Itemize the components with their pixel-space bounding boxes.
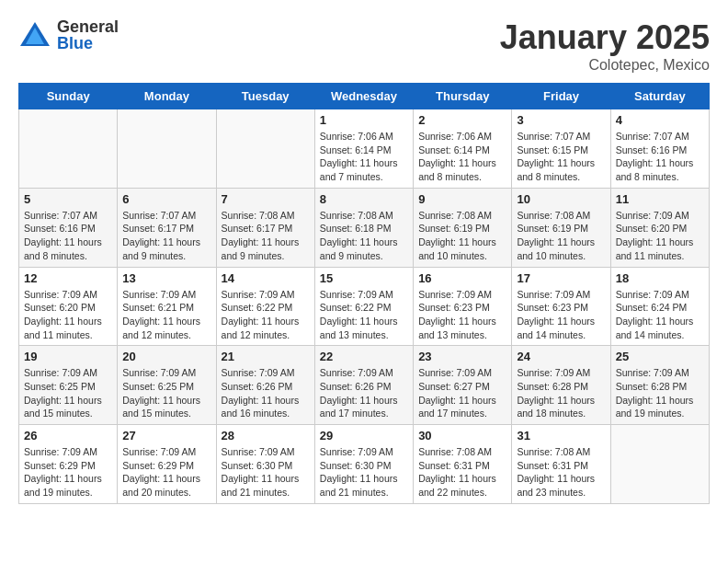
day-info: Sunrise: 7:08 AMSunset: 6:31 PMDaylight:…	[418, 445, 506, 500]
day-header-sunday: Sunday	[19, 84, 118, 109]
calendar-cell: 3Sunrise: 7:07 AMSunset: 6:15 PMDaylight…	[512, 109, 610, 189]
day-info: Sunrise: 7:09 AMSunset: 6:28 PMDaylight:…	[616, 366, 704, 420]
calendar-cell: 26Sunrise: 7:09 AMSunset: 6:29 PMDayligh…	[19, 425, 118, 504]
calendar-cell: 1Sunrise: 7:06 AMSunset: 6:14 PMDaylight…	[314, 109, 413, 189]
calendar-cell: 20Sunrise: 7:09 AMSunset: 6:25 PMDayligh…	[118, 346, 216, 425]
day-info: Sunrise: 7:09 AMSunset: 6:20 PMDaylight:…	[24, 288, 112, 342]
calendar-cell: 28Sunrise: 7:09 AMSunset: 6:30 PMDayligh…	[216, 425, 314, 504]
calendar-cell: 17Sunrise: 7:09 AMSunset: 6:23 PMDayligh…	[512, 267, 610, 346]
calendar-cell: 16Sunrise: 7:09 AMSunset: 6:23 PMDayligh…	[414, 267, 512, 346]
calendar-subtitle: Colotepec, Mexico	[500, 57, 710, 74]
calendar-cell: 27Sunrise: 7:09 AMSunset: 6:29 PMDayligh…	[118, 425, 216, 504]
calendar-cell: 21Sunrise: 7:09 AMSunset: 6:26 PMDayligh…	[216, 346, 314, 425]
day-number: 8	[320, 192, 408, 206]
day-header-thursday: Thursday	[414, 84, 512, 109]
calendar-title: January 2025	[500, 18, 710, 57]
calendar-cell: 23Sunrise: 7:09 AMSunset: 6:27 PMDayligh…	[414, 346, 512, 425]
day-number: 30	[418, 429, 506, 442]
day-number: 27	[122, 429, 210, 442]
day-number: 2	[418, 113, 506, 127]
calendar-cell: 22Sunrise: 7:09 AMSunset: 6:26 PMDayligh…	[314, 346, 413, 425]
day-info: Sunrise: 7:07 AMSunset: 6:15 PMDaylight:…	[517, 130, 605, 184]
day-number: 15	[320, 271, 408, 285]
logo-blue-text: Blue	[57, 35, 119, 52]
calendar-cell	[19, 109, 118, 189]
day-number: 26	[24, 429, 112, 442]
day-info: Sunrise: 7:07 AMSunset: 6:17 PMDaylight:…	[122, 209, 210, 263]
day-number: 7	[222, 192, 310, 206]
calendar-week-5: 26Sunrise: 7:09 AMSunset: 6:29 PMDayligh…	[19, 425, 710, 504]
day-number: 23	[418, 350, 506, 363]
day-header-monday: Monday	[118, 84, 216, 109]
day-info: Sunrise: 7:09 AMSunset: 6:25 PMDaylight:…	[122, 366, 210, 420]
day-number: 9	[418, 192, 506, 206]
logo-icon	[18, 18, 51, 52]
day-number: 13	[122, 271, 210, 285]
day-info: Sunrise: 7:09 AMSunset: 6:27 PMDaylight:…	[418, 366, 506, 420]
day-info: Sunrise: 7:08 AMSunset: 6:18 PMDaylight:…	[320, 209, 408, 263]
day-number: 4	[616, 113, 704, 127]
calendar-week-4: 19Sunrise: 7:09 AMSunset: 6:25 PMDayligh…	[19, 346, 710, 425]
title-area: January 2025 Colotepec, Mexico	[500, 18, 710, 74]
calendar-cell: 6Sunrise: 7:07 AMSunset: 6:17 PMDaylight…	[118, 188, 216, 267]
calendar-cell: 2Sunrise: 7:06 AMSunset: 6:14 PMDaylight…	[414, 109, 512, 189]
calendar-week-1: 1Sunrise: 7:06 AMSunset: 6:14 PMDaylight…	[19, 109, 710, 189]
day-header-friday: Friday	[512, 84, 610, 109]
day-info: Sunrise: 7:07 AMSunset: 6:16 PMDaylight:…	[24, 209, 112, 263]
day-info: Sunrise: 7:08 AMSunset: 6:17 PMDaylight:…	[222, 209, 310, 263]
day-info: Sunrise: 7:08 AMSunset: 6:19 PMDaylight:…	[418, 209, 506, 263]
calendar-cell: 5Sunrise: 7:07 AMSunset: 6:16 PMDaylight…	[19, 188, 118, 267]
logo-text: General Blue	[57, 18, 119, 52]
day-number: 22	[320, 350, 408, 363]
day-info: Sunrise: 7:09 AMSunset: 6:30 PMDaylight:…	[320, 445, 408, 500]
day-info: Sunrise: 7:09 AMSunset: 6:22 PMDaylight:…	[320, 288, 408, 342]
day-number: 17	[517, 271, 605, 285]
day-number: 16	[418, 271, 506, 285]
calendar-cell: 14Sunrise: 7:09 AMSunset: 6:22 PMDayligh…	[216, 267, 314, 346]
calendar-cell: 4Sunrise: 7:07 AMSunset: 6:16 PMDaylight…	[610, 109, 709, 189]
day-info: Sunrise: 7:09 AMSunset: 6:26 PMDaylight:…	[222, 366, 310, 420]
logo: General Blue	[18, 18, 119, 52]
day-number: 3	[517, 113, 605, 127]
day-number: 18	[616, 271, 704, 285]
day-number: 24	[517, 350, 605, 363]
calendar-cell	[118, 109, 216, 189]
day-number: 12	[24, 271, 112, 285]
calendar-week-2: 5Sunrise: 7:07 AMSunset: 6:16 PMDaylight…	[19, 188, 710, 267]
day-number: 10	[517, 192, 605, 206]
calendar-cell: 9Sunrise: 7:08 AMSunset: 6:19 PMDaylight…	[414, 188, 512, 267]
calendar-cell: 29Sunrise: 7:09 AMSunset: 6:30 PMDayligh…	[314, 425, 413, 504]
day-info: Sunrise: 7:09 AMSunset: 6:25 PMDaylight:…	[24, 366, 112, 420]
day-info: Sunrise: 7:09 AMSunset: 6:29 PMDaylight:…	[122, 445, 210, 500]
calendar-cell: 7Sunrise: 7:08 AMSunset: 6:17 PMDaylight…	[216, 188, 314, 267]
calendar-week-3: 12Sunrise: 7:09 AMSunset: 6:20 PMDayligh…	[19, 267, 710, 346]
day-header-wednesday: Wednesday	[314, 84, 413, 109]
day-info: Sunrise: 7:09 AMSunset: 6:28 PMDaylight:…	[517, 366, 605, 420]
day-number: 28	[222, 429, 310, 442]
day-info: Sunrise: 7:09 AMSunset: 6:29 PMDaylight:…	[24, 445, 112, 500]
day-number: 5	[24, 192, 112, 206]
calendar-cell	[610, 425, 709, 504]
calendar-cell: 11Sunrise: 7:09 AMSunset: 6:20 PMDayligh…	[610, 188, 709, 267]
calendar-cell: 10Sunrise: 7:08 AMSunset: 6:19 PMDayligh…	[512, 188, 610, 267]
day-info: Sunrise: 7:09 AMSunset: 6:20 PMDaylight:…	[616, 209, 704, 263]
day-number: 20	[122, 350, 210, 363]
day-number: 14	[222, 271, 310, 285]
day-number: 6	[122, 192, 210, 206]
day-info: Sunrise: 7:09 AMSunset: 6:21 PMDaylight:…	[122, 288, 210, 342]
day-info: Sunrise: 7:08 AMSunset: 6:31 PMDaylight:…	[517, 445, 605, 500]
day-info: Sunrise: 7:09 AMSunset: 6:23 PMDaylight:…	[418, 288, 506, 342]
day-info: Sunrise: 7:08 AMSunset: 6:19 PMDaylight:…	[517, 209, 605, 263]
day-info: Sunrise: 7:06 AMSunset: 6:14 PMDaylight:…	[418, 130, 506, 184]
day-number: 19	[24, 350, 112, 363]
day-header-tuesday: Tuesday	[216, 84, 314, 109]
day-info: Sunrise: 7:09 AMSunset: 6:23 PMDaylight:…	[517, 288, 605, 342]
calendar-table: SundayMondayTuesdayWednesdayThursdayFrid…	[18, 83, 710, 504]
calendar-header-row: SundayMondayTuesdayWednesdayThursdayFrid…	[19, 84, 710, 109]
day-info: Sunrise: 7:09 AMSunset: 6:26 PMDaylight:…	[320, 366, 408, 420]
logo-general-text: General	[57, 18, 119, 35]
calendar-cell: 15Sunrise: 7:09 AMSunset: 6:22 PMDayligh…	[314, 267, 413, 346]
day-number: 21	[222, 350, 310, 363]
calendar-cell: 31Sunrise: 7:08 AMSunset: 6:31 PMDayligh…	[512, 425, 610, 504]
day-number: 29	[320, 429, 408, 442]
